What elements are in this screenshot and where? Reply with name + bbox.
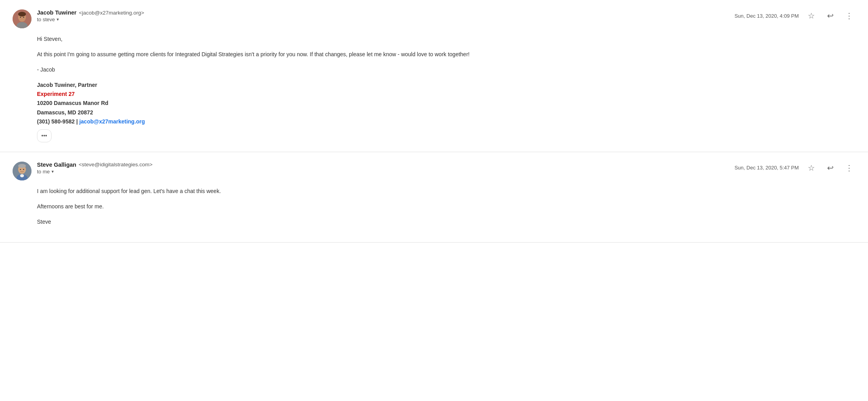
body-line2-2: Afternoons are best for me. xyxy=(37,202,855,211)
email-message-1: Jacob Tuwiner <jacob@x27marketing.org> t… xyxy=(0,0,868,152)
sig-phone-1: (301) 580-9582 | xyxy=(37,118,78,125)
header-actions-2: Sun, Dec 13, 2020, 5:47 PM ☆ ↩ ⋮ xyxy=(735,162,855,174)
more-icon-2[interactable]: ⋮ xyxy=(843,162,855,174)
email-thread: Jacob Tuwiner <jacob@x27marketing.org> t… xyxy=(0,0,868,243)
sender-email-1: <jacob@x27marketing.org> xyxy=(79,10,144,16)
body-signoff-1: - Jacob xyxy=(37,65,855,74)
svg-point-4 xyxy=(20,17,21,18)
email-message-2: Steve Galligan <steve@idigitalstrategies… xyxy=(0,152,868,243)
star-icon-2[interactable]: ☆ xyxy=(805,162,818,174)
sender-name-line-2: Steve Galligan <steve@idigitalstrategies… xyxy=(37,162,153,168)
sender-email-2: <steve@idigitalstrategies.com> xyxy=(79,162,153,167)
body-sign-2: Steve xyxy=(37,217,855,226)
sender-info-1: Jacob Tuwiner <jacob@x27marketing.org> t… xyxy=(37,9,144,22)
message-body-2: I am looking for additional support for … xyxy=(13,187,855,226)
message-header-1: Jacob Tuwiner <jacob@x27marketing.org> t… xyxy=(13,9,855,28)
svg-point-5 xyxy=(23,17,24,18)
sig-name-1: Jacob Tuwiner, Partner xyxy=(37,81,855,90)
star-icon-1[interactable]: ☆ xyxy=(805,9,818,22)
sender-section-1: Jacob Tuwiner <jacob@x27marketing.org> t… xyxy=(13,9,144,28)
svg-point-9 xyxy=(18,164,26,168)
message-body-1: Hi Steven, At this point I'm going to as… xyxy=(13,35,855,142)
sig-company-1: Experiment 27 xyxy=(37,90,855,99)
reply-icon-1[interactable]: ↩ xyxy=(824,9,837,22)
header-actions-1: Sun, Dec 13, 2020, 4:09 PM ☆ ↩ ⋮ xyxy=(735,9,855,22)
recipient-text-1: to steve xyxy=(37,17,55,22)
ellipsis-button-1[interactable]: ••• xyxy=(37,129,52,142)
svg-point-6 xyxy=(19,18,25,22)
recipient-line-2: to me ▾ xyxy=(37,169,153,175)
svg-point-11 xyxy=(20,174,24,177)
svg-point-2 xyxy=(18,12,26,17)
body-greeting-1: Hi Steven, xyxy=(37,35,855,44)
recipient-dropdown-1[interactable]: ▾ xyxy=(57,17,59,22)
sig-address2-1: Damascus, MD 20872 xyxy=(37,108,855,117)
reply-icon-2[interactable]: ↩ xyxy=(824,162,837,174)
recipient-text-2: to me xyxy=(37,169,50,175)
sender-name-2: Steve Galligan xyxy=(37,162,76,168)
timestamp-1: Sun, Dec 13, 2020, 4:09 PM xyxy=(735,13,799,19)
sender-name-1: Jacob Tuwiner xyxy=(37,9,76,16)
body-paragraph-1: At this point I'm going to assume gettin… xyxy=(37,50,855,59)
message-header-2: Steve Galligan <steve@idigitalstrategies… xyxy=(13,162,855,180)
svg-point-13 xyxy=(23,169,24,170)
timestamp-2: Sun, Dec 13, 2020, 5:47 PM xyxy=(735,165,799,171)
sender-section-2: Steve Galligan <steve@idigitalstrategies… xyxy=(13,162,153,180)
recipient-dropdown-2[interactable]: ▾ xyxy=(52,169,54,174)
sender-info-2: Steve Galligan <steve@idigitalstrategies… xyxy=(37,162,153,175)
more-icon-1[interactable]: ⋮ xyxy=(843,9,855,22)
svg-point-12 xyxy=(20,169,21,170)
sig-address1-1: 10200 Damascus Manor Rd xyxy=(37,99,855,108)
sig-email-link-1[interactable]: jacob@x27marketing.org xyxy=(79,118,145,125)
sender-name-line-1: Jacob Tuwiner <jacob@x27marketing.org> xyxy=(37,9,144,16)
recipient-line-1: to steve ▾ xyxy=(37,17,144,22)
body-line1-2: I am looking for additional support for … xyxy=(37,187,855,196)
signature-1: Jacob Tuwiner, Partner Experiment 27 102… xyxy=(37,81,855,126)
avatar-jacob xyxy=(13,9,31,28)
sig-phone-email-1: (301) 580-9582 | jacob@x27marketing.org xyxy=(37,117,855,126)
avatar-steve xyxy=(13,162,31,180)
